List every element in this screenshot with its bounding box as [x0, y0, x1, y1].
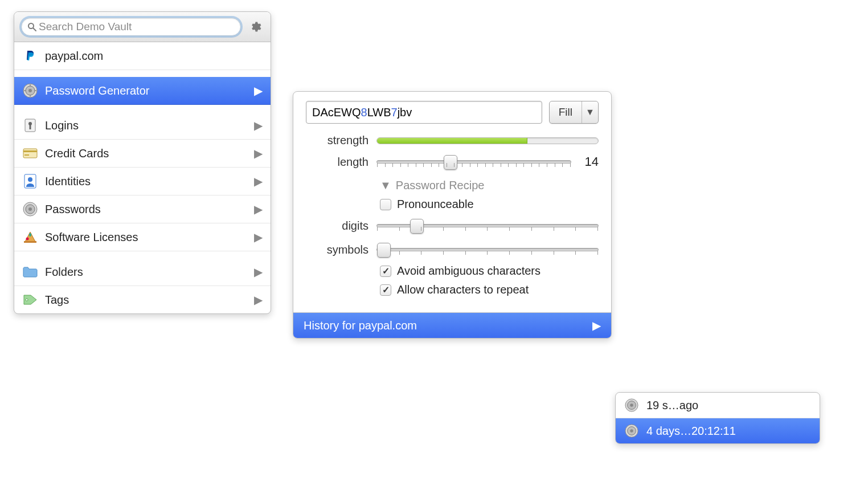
- svg-point-29: [630, 429, 633, 433]
- folders-label: Folders: [45, 266, 247, 279]
- history-row[interactable]: History for paypal.com ▶: [293, 312, 611, 338]
- digits-slider[interactable]: [376, 217, 599, 235]
- svg-point-0: [28, 23, 34, 28]
- chevron-right-icon: ▶: [254, 146, 263, 160]
- allow-repeat-label: Allow characters to repeat: [397, 283, 529, 296]
- site-match-row[interactable]: paypal.com: [14, 42, 271, 70]
- strength-meter: [376, 137, 599, 144]
- search-field-wrap[interactable]: [21, 18, 241, 36]
- avoid-ambiguous-option[interactable]: Avoid ambiguous characters: [380, 264, 599, 278]
- paypal-icon: [22, 48, 38, 64]
- software-licenses-label: Software Licenses: [45, 231, 247, 244]
- vault-sidebar: paypal.com Password Generator ▶ Logins ▶…: [14, 11, 271, 314]
- checkbox-icon: [380, 199, 391, 210]
- generated-password-field[interactable]: DAcEWQ8LWB7jbv: [306, 101, 542, 124]
- vault-dial-icon: [22, 201, 38, 217]
- search-icon: [27, 22, 36, 31]
- pronounceable-label: Pronounceable: [397, 198, 474, 211]
- sidebar-item-passwords[interactable]: Passwords ▶: [14, 195, 271, 223]
- chevron-down-icon: ▼: [586, 107, 595, 117]
- tag-icon: [22, 292, 38, 308]
- password-recipe-toggle[interactable]: ▼ Password Recipe: [380, 179, 599, 192]
- credit-cards-label: Credit Cards: [45, 147, 247, 160]
- fill-dropdown-button[interactable]: ▼: [582, 101, 598, 123]
- length-slider[interactable]: [376, 153, 571, 171]
- sidebar-item-credit-cards[interactable]: Credit Cards ▶: [14, 140, 271, 168]
- settings-button[interactable]: [247, 18, 264, 35]
- svg-point-4: [28, 89, 32, 92]
- checkbox-icon: [380, 266, 391, 277]
- pronounceable-option[interactable]: Pronounceable: [380, 198, 599, 211]
- symbols-slider[interactable]: [376, 240, 599, 259]
- avoid-ambiguous-label: Avoid ambiguous characters: [397, 264, 541, 278]
- folder-icon: [22, 264, 38, 280]
- svg-point-26: [630, 403, 633, 407]
- logins-label: Logins: [45, 119, 247, 132]
- checkbox-icon: [380, 284, 391, 296]
- history-item[interactable]: 4 days…20:12:11: [616, 418, 820, 443]
- key-icon: [22, 117, 38, 133]
- vault-dial-icon: [624, 423, 640, 439]
- svg-rect-12: [23, 149, 37, 158]
- site-match-label: paypal.com: [45, 50, 263, 63]
- svg-point-22: [29, 233, 31, 237]
- svg-rect-11: [30, 125, 31, 129]
- digits-label: digits: [306, 219, 369, 233]
- sidebar-item-tags[interactable]: Tags ▶: [14, 286, 271, 313]
- chevron-right-icon: ▶: [254, 265, 263, 279]
- length-value: 14: [579, 154, 599, 169]
- chevron-right-icon: ▶: [592, 319, 601, 332]
- symbols-label: symbols: [306, 243, 369, 256]
- history-item-label: 4 days…20:12:11: [646, 425, 736, 438]
- password-recipe-label: Password Recipe: [396, 179, 485, 192]
- disclosure-triangle-icon: ▼: [380, 179, 391, 192]
- vault-dial-icon: [624, 397, 640, 413]
- credit-card-icon: [22, 145, 38, 161]
- history-label: History for paypal.com: [304, 319, 592, 332]
- svg-rect-13: [23, 150, 37, 152]
- chevron-right-icon: ▶: [254, 293, 263, 307]
- svg-point-21: [26, 238, 29, 240]
- identity-icon: [22, 173, 38, 189]
- strength-label: strength: [306, 134, 369, 147]
- identities-label: Identities: [45, 175, 247, 188]
- svg-point-23: [26, 299, 28, 301]
- search-bar: [14, 12, 271, 42]
- password-generator-panel: DAcEWQ8LWB7jbv Fill ▼ strength length: [293, 91, 612, 339]
- sidebar-item-folders[interactable]: Folders ▶: [14, 258, 271, 286]
- vault-dial-icon: [22, 83, 38, 99]
- chevron-right-icon: ▶: [254, 119, 263, 132]
- fill-button[interactable]: Fill: [550, 101, 582, 123]
- sidebar-item-identities[interactable]: Identities ▶: [14, 168, 271, 195]
- sidebar-item-software-licenses[interactable]: Software Licenses ▶: [14, 223, 271, 251]
- fill-button-group: Fill ▼: [549, 101, 599, 124]
- chevron-right-icon: ▶: [254, 230, 263, 244]
- search-input[interactable]: [39, 21, 235, 33]
- password-generator-label: Password Generator: [45, 84, 247, 97]
- gear-icon: [249, 21, 261, 33]
- chevron-right-icon: ▶: [254, 84, 263, 97]
- history-item-label: 19 s…ago: [646, 399, 698, 412]
- svg-rect-20: [24, 241, 36, 243]
- svg-point-16: [28, 177, 32, 182]
- sidebar-item-password-generator[interactable]: Password Generator ▶: [14, 77, 271, 105]
- sidebar-item-logins[interactable]: Logins ▶: [14, 112, 271, 140]
- history-item[interactable]: 19 s…ago: [616, 393, 820, 418]
- svg-point-19: [28, 207, 32, 211]
- history-popup: 19 s…ago4 days…20:12:11: [615, 392, 820, 444]
- allow-repeat-option[interactable]: Allow characters to repeat: [380, 283, 599, 296]
- license-icon: [22, 229, 38, 245]
- chevron-right-icon: ▶: [254, 174, 263, 188]
- length-label: length: [306, 156, 369, 169]
- chevron-right-icon: ▶: [254, 202, 263, 216]
- svg-rect-14: [24, 154, 29, 156]
- svg-line-1: [34, 28, 36, 31]
- passwords-label: Passwords: [45, 203, 247, 216]
- tags-label: Tags: [45, 294, 247, 307]
